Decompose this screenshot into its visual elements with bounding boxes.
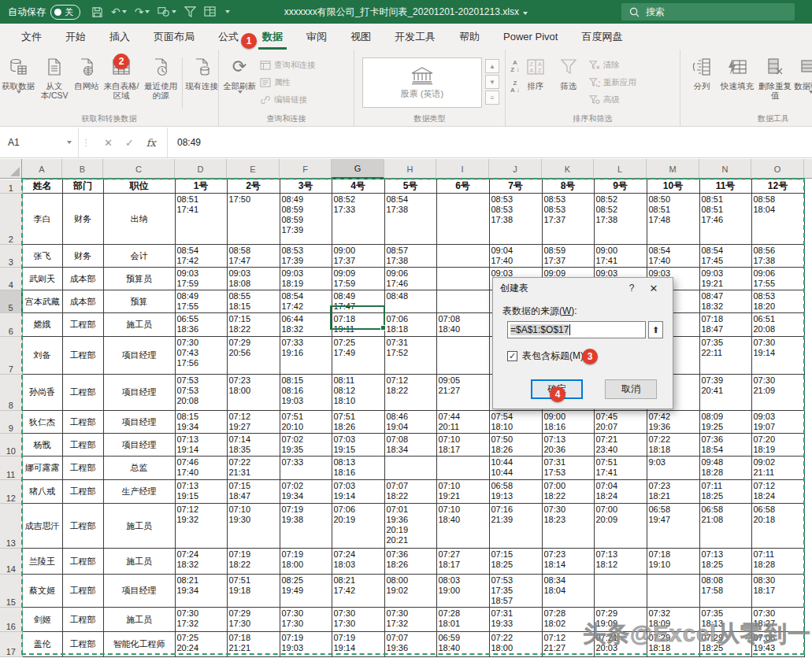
column-header-D[interactable]: D xyxy=(175,159,227,179)
cell-N15[interactable]: 08:0817:58 xyxy=(699,575,751,608)
row-header-9[interactable]: 9 xyxy=(0,411,22,434)
cell-I2[interactable] xyxy=(436,194,489,245)
cell-L15[interactable] xyxy=(594,575,647,608)
cell-J14[interactable]: 07:1518:25 xyxy=(489,549,542,575)
cell-K11[interactable]: 07:3117:53 xyxy=(542,457,594,480)
cell-F14[interactable]: 07:1918:00 xyxy=(280,549,332,575)
cell-K16[interactable]: 07:2818:02 xyxy=(542,608,594,632)
tab-insert[interactable]: 插入 xyxy=(98,24,142,50)
text-to-columns-button[interactable]: 分列 xyxy=(687,53,717,91)
cell-D6[interactable]: 06:5518:36 xyxy=(175,313,227,337)
row-header-2[interactable]: 2 xyxy=(0,194,22,245)
cell-L10[interactable]: 07:2123:40 xyxy=(594,434,647,457)
header-cell-C1[interactable]: 职位 xyxy=(103,179,175,194)
header-cell-O1[interactable]: 12号 xyxy=(751,179,804,194)
cell-F2[interactable]: 08:4908:5908:5917:39 xyxy=(280,194,332,245)
header-cell-H1[interactable]: 5号 xyxy=(384,179,436,194)
role-cell-C15[interactable]: 项目经理 xyxy=(103,575,175,608)
dialog-title-bar[interactable]: 创建表 ? ✕ xyxy=(493,278,673,298)
from-text-csv-button[interactable]: 从文本/CSV xyxy=(36,53,72,100)
cell-D5[interactable]: 08:4917:55 xyxy=(175,290,227,313)
column-header-J[interactable]: J xyxy=(489,159,542,179)
role-cell-C11[interactable]: 总监 xyxy=(103,457,175,480)
cell-G4[interactable]: 09:0917:59 xyxy=(332,268,384,290)
cell-E3[interactable]: 08:5817:47 xyxy=(227,245,280,268)
cell-I13[interactable]: 07:1018:40 xyxy=(436,504,489,549)
cell-I12[interactable]: 07:1019:21 xyxy=(436,480,489,504)
cell-G8[interactable]: 08:1108:1218:10 xyxy=(332,375,384,411)
row-header-14[interactable]: 14 xyxy=(0,549,22,575)
name-cell-A12[interactable]: 猪八戒 xyxy=(22,480,62,504)
name-box-dropdown-icon[interactable] xyxy=(67,141,72,144)
column-header-C[interactable]: C xyxy=(103,159,175,179)
cell-M16[interactable]: 07:3218:09 xyxy=(647,608,699,632)
role-cell-C14[interactable]: 施工员 xyxy=(103,549,175,575)
reapply-filter-button[interactable]: 重新应用 xyxy=(589,75,636,91)
column-header-A[interactable]: A xyxy=(22,159,62,179)
cell-K15[interactable]: 08:3418:04 xyxy=(542,575,594,608)
header-cell-L1[interactable]: 9号 xyxy=(594,179,647,194)
header-cell-E1[interactable]: 2号 xyxy=(227,179,280,194)
cell-N13[interactable]: 06:5821:08 xyxy=(699,504,751,549)
cell-E10[interactable]: 07:1418:35 xyxy=(227,434,280,457)
header-cell-I1[interactable]: 6号 xyxy=(436,179,489,194)
cell-O15[interactable]: 08:3018:17 xyxy=(751,575,804,608)
cell-N9[interactable]: 08:0919:25 xyxy=(699,411,751,434)
cell-L11[interactable]: 07:5117:41 xyxy=(594,457,647,480)
cell-F17[interactable]: 07:1919:03 xyxy=(280,632,332,657)
cell-E16[interactable]: 07:2917:30 xyxy=(227,608,280,632)
name-cell-A9[interactable]: 狄仁杰 xyxy=(22,411,62,434)
cell-E2[interactable]: 17:50 xyxy=(227,194,280,245)
cell-L16[interactable]: 07:2919:09 xyxy=(594,608,647,632)
cell-D14[interactable]: 07:2418:32 xyxy=(175,549,227,575)
cell-J17[interactable]: 07:2218:00 xyxy=(489,632,542,657)
cell-J9[interactable]: 07:5418:10 xyxy=(489,411,542,434)
name-cell-A13[interactable]: 成吉思汗 xyxy=(22,504,62,549)
column-header-I[interactable]: I xyxy=(436,159,489,179)
help-icon[interactable]: ? xyxy=(621,283,642,294)
cell-N5[interactable]: 08:4718:32 xyxy=(699,290,751,313)
cell-H12[interactable]: 07:0718:22 xyxy=(384,480,436,504)
cell-D8[interactable]: 07:5307:5320:08 xyxy=(175,375,227,411)
cell-O2[interactable]: 08:5818:04 xyxy=(751,194,804,245)
tab-developer[interactable]: 开发工具 xyxy=(383,24,447,50)
role-cell-C7[interactable]: 项目经理 xyxy=(103,337,175,375)
checkbox-checked-icon[interactable]: ✓ xyxy=(507,351,517,361)
cell-D12[interactable]: 07:1319:15 xyxy=(175,480,227,504)
row-header-15[interactable]: 15 xyxy=(0,575,22,608)
column-header-E[interactable]: E xyxy=(227,159,280,179)
gallery-down-icon[interactable]: ▼ xyxy=(485,75,499,89)
cell-N17[interactable]: 07:2918:25 xyxy=(699,632,751,657)
cell-I15[interactable]: 08:0319:00 xyxy=(436,575,489,608)
name-cell-A4[interactable]: 武则天 xyxy=(22,268,62,290)
cell-E7[interactable]: 07:2920:56 xyxy=(227,337,280,375)
cell-M15[interactable] xyxy=(647,575,699,608)
cell-J3[interactable]: 09:0417:40 xyxy=(489,245,542,268)
role-cell-C8[interactable]: 项目经理 xyxy=(103,375,175,411)
table-icon[interactable] xyxy=(204,6,216,17)
tab-data[interactable]: 数据 xyxy=(250,24,295,50)
cell-I17[interactable]: 06:5918:40 xyxy=(436,632,489,657)
cell-I9[interactable]: 07:4420:11 xyxy=(436,411,489,434)
cell-E12[interactable]: 07:1518:47 xyxy=(227,480,280,504)
cell-D13[interactable]: 07:1219:32 xyxy=(175,504,227,549)
dept-cell-B2[interactable]: 财务 xyxy=(62,194,103,245)
name-cell-A15[interactable]: 蔡文姬 xyxy=(22,575,62,608)
cell-G6[interactable]: 07:1819:11 xyxy=(332,313,384,337)
cell-J12[interactable]: 06:5819:13 xyxy=(489,480,542,504)
tab-home[interactable]: 开始 xyxy=(54,24,98,50)
cell-E9[interactable]: 07:1219:27 xyxy=(227,411,280,434)
cell-H3[interactable]: 08:5717:38 xyxy=(384,245,436,268)
clear-filter-button[interactable]: 清除 xyxy=(589,57,636,73)
gallery-more-icon[interactable]: ≡ xyxy=(485,91,499,105)
cell-G11[interactable]: 08:1318:16 xyxy=(332,457,384,480)
cell-M12[interactable]: 07:2318:21 xyxy=(647,480,699,504)
cell-D11[interactable]: 07:4617:40 xyxy=(175,457,227,480)
cell-K17[interactable]: 07:1221:27 xyxy=(542,632,594,657)
row-header-6[interactable]: 6 xyxy=(0,313,22,337)
cell-O9[interactable]: 09:0319:07 xyxy=(751,411,804,434)
row-header-7[interactable]: 7 xyxy=(0,337,22,375)
column-header-O[interactable]: O xyxy=(751,159,804,179)
cell-L9[interactable]: 07:4520:07 xyxy=(594,411,647,434)
recent-sources-button[interactable]: 最近使用的源 xyxy=(142,53,180,100)
